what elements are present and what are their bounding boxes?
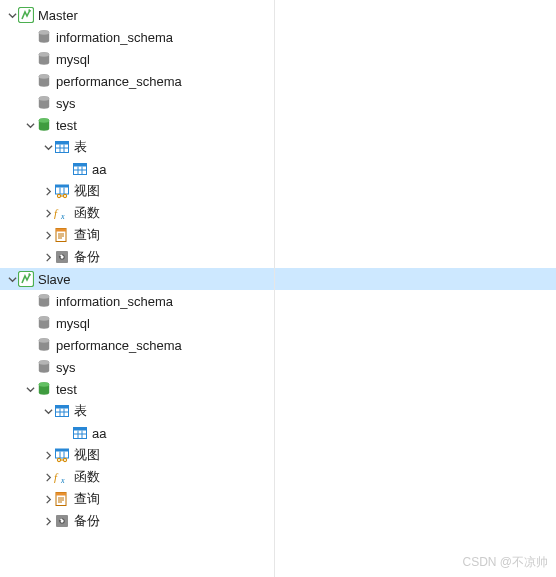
tree-row[interactable]: information_schema (0, 290, 556, 312)
chevron-down-icon[interactable] (42, 143, 54, 152)
svg-point-45 (39, 360, 49, 364)
chevron-right-icon[interactable] (42, 451, 54, 460)
tree-item-label: information_schema (56, 30, 173, 45)
tree-row[interactable]: aa (0, 422, 556, 444)
tree-row[interactable]: 查询 (0, 488, 556, 510)
db-gray-icon (36, 29, 52, 45)
chevron-down-icon[interactable] (42, 407, 54, 416)
db-gray-icon (36, 337, 52, 353)
svg-rect-31 (56, 229, 66, 232)
tree-row[interactable]: 视图 (0, 444, 556, 466)
chevron-right-icon[interactable] (42, 187, 54, 196)
tree-row[interactable]: performance_schema (0, 334, 556, 356)
tree-row[interactable]: sys (0, 92, 556, 114)
svg-rect-49 (56, 406, 69, 409)
tree-row[interactable]: 备份 (0, 246, 556, 268)
backups-icon (54, 249, 70, 265)
views-icon (54, 447, 70, 463)
svg-text:x: x (60, 212, 65, 221)
tree-item-label: aa (92, 162, 106, 177)
svg-rect-12 (56, 142, 69, 145)
tree-row[interactable]: 备份 (0, 510, 556, 532)
chevron-right-icon[interactable] (42, 209, 54, 218)
queries-icon (54, 227, 70, 243)
svg-rect-68 (56, 493, 66, 496)
db-green-icon (36, 381, 52, 397)
chevron-right-icon[interactable] (42, 231, 54, 240)
svg-text:f: f (54, 207, 59, 219)
views-icon (54, 183, 70, 199)
svg-point-63 (63, 458, 66, 461)
table-icon (72, 425, 88, 441)
tree-row[interactable]: fx函数 (0, 202, 556, 224)
tree-item-label: sys (56, 360, 76, 375)
connection-icon (18, 7, 34, 23)
tree-item-label: 查询 (74, 226, 100, 244)
svg-text:f: f (54, 471, 59, 483)
tree-item-label: 备份 (74, 248, 100, 266)
svg-point-10 (39, 118, 49, 122)
panel-divider (274, 0, 275, 577)
chevron-down-icon[interactable] (24, 121, 36, 130)
db-green-icon (36, 117, 52, 133)
tree-row[interactable]: Master (0, 4, 556, 26)
tree-item-label: test (56, 382, 77, 397)
chevron-down-icon[interactable] (24, 385, 36, 394)
tree-item-label: performance_schema (56, 74, 182, 89)
chevron-right-icon[interactable] (42, 473, 54, 482)
svg-point-2 (39, 30, 49, 34)
tree-row[interactable]: mysql (0, 48, 556, 70)
svg-point-41 (39, 316, 49, 320)
svg-rect-17 (74, 164, 87, 167)
tree-row[interactable]: performance_schema (0, 70, 556, 92)
tables-icon (54, 403, 70, 419)
table-icon (72, 161, 88, 177)
tree-row[interactable]: sys (0, 356, 556, 378)
queries-icon (54, 491, 70, 507)
tree-item-label: 备份 (74, 512, 100, 530)
tree-row[interactable]: fx函数 (0, 466, 556, 488)
svg-text:x: x (60, 476, 65, 485)
svg-rect-54 (74, 428, 87, 431)
db-tree: Masterinformation_schemamysqlperformance… (0, 0, 556, 536)
tree-row[interactable]: aa (0, 158, 556, 180)
tree-row[interactable]: mysql (0, 312, 556, 334)
chevron-down-icon[interactable] (6, 11, 18, 20)
tree-row[interactable]: 查询 (0, 224, 556, 246)
tree-item-label: 函数 (74, 204, 100, 222)
tree-item-label: performance_schema (56, 338, 182, 353)
backups-icon (54, 513, 70, 529)
tree-row[interactable]: 视图 (0, 180, 556, 202)
tree-row[interactable]: information_schema (0, 26, 556, 48)
tree-item-label: mysql (56, 316, 90, 331)
tree-row[interactable]: 表 (0, 400, 556, 422)
svg-point-39 (39, 294, 49, 298)
svg-point-26 (63, 194, 66, 197)
svg-rect-22 (56, 185, 69, 188)
connection-icon (18, 271, 34, 287)
tree-item-label: 表 (74, 402, 87, 420)
tree-row[interactable]: test (0, 114, 556, 136)
db-gray-icon (36, 315, 52, 331)
tree-item-label: sys (56, 96, 76, 111)
tree-item-label: 视图 (74, 446, 100, 464)
functions-icon: fx (54, 205, 70, 221)
tree-item-label: 视图 (74, 182, 100, 200)
db-gray-icon (36, 95, 52, 111)
svg-point-6 (39, 74, 49, 78)
tree-row[interactable]: 表 (0, 136, 556, 158)
svg-point-8 (39, 96, 49, 100)
chevron-right-icon[interactable] (42, 517, 54, 526)
chevron-right-icon[interactable] (42, 253, 54, 262)
db-gray-icon (36, 73, 52, 89)
svg-rect-59 (56, 449, 69, 452)
watermark-text: CSDN @不凉帅 (462, 554, 548, 571)
chevron-down-icon[interactable] (6, 275, 18, 284)
db-gray-icon (36, 359, 52, 375)
tree-row[interactable]: Slave (0, 268, 556, 290)
tree-item-label: 函数 (74, 468, 100, 486)
tree-row[interactable]: test (0, 378, 556, 400)
tree-item-label: 查询 (74, 490, 100, 508)
tables-icon (54, 139, 70, 155)
chevron-right-icon[interactable] (42, 495, 54, 504)
